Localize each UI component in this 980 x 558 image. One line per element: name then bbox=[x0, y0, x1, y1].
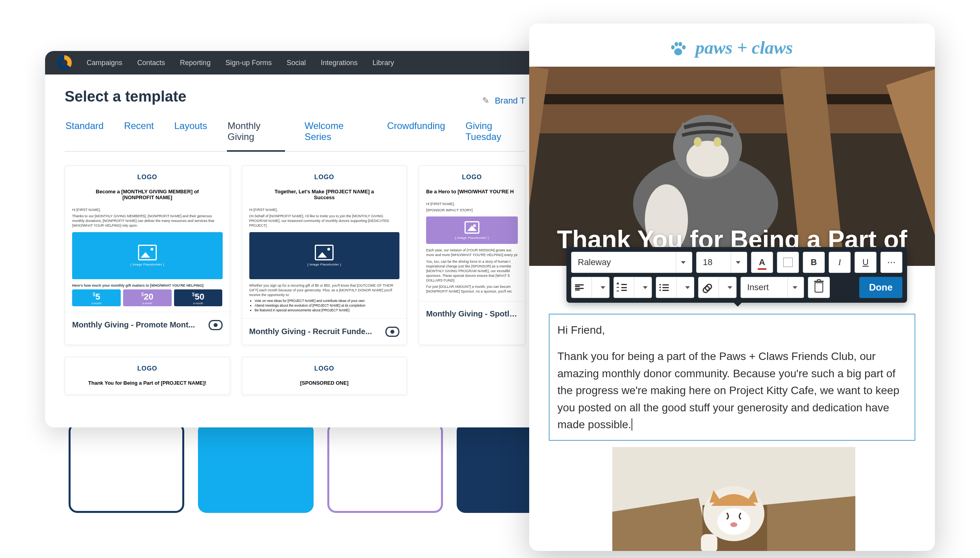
image-placeholder: [ Image Placeholder ] bbox=[72, 232, 223, 279]
chevron-down-icon bbox=[719, 277, 736, 298]
toolbar-arrow bbox=[733, 302, 742, 307]
font-size-select[interactable]: 18 bbox=[696, 252, 747, 273]
chevron-down-icon bbox=[676, 252, 686, 273]
template-logo: LOGO bbox=[249, 363, 400, 376]
nav-contacts[interactable]: Contacts bbox=[137, 59, 165, 67]
nav-social[interactable]: Social bbox=[287, 59, 306, 67]
nav-library[interactable]: Library bbox=[372, 59, 394, 67]
brand-name: paws + claws bbox=[695, 38, 793, 58]
template-body: For just [DOLLAR AMOUNT] a month, you ca… bbox=[426, 284, 518, 294]
svg-point-12 bbox=[713, 137, 721, 147]
tab-standard[interactable]: Standard bbox=[65, 115, 104, 152]
line-height-icon bbox=[617, 284, 627, 291]
email-editor-window: paws + claws bbox=[529, 24, 935, 551]
template-card[interactable]: LOGO [SPONSORED ONE] bbox=[242, 357, 407, 395]
bullet: Be featured in special announcements abo… bbox=[255, 308, 400, 312]
tab-giving-tuesday[interactable]: Giving Tuesday bbox=[465, 115, 525, 152]
template-card[interactable]: LOGO Thank You for Being a Part of [PROJ… bbox=[65, 357, 230, 395]
template-logo: LOGO bbox=[72, 171, 223, 185]
align-left-icon bbox=[575, 284, 584, 291]
template-card[interactable]: LOGO Be a Hero to [WHO/WHAT YOU'RE H Hi … bbox=[419, 165, 525, 345]
nav-signup-forms[interactable]: Sign-up Forms bbox=[225, 59, 272, 67]
template-name: Monthly Giving - Spotlight Spo bbox=[426, 309, 518, 318]
nav-integrations[interactable]: Integrations bbox=[321, 59, 358, 67]
price-option: $20a month bbox=[123, 289, 172, 306]
template-picker-window: Campaigns Contacts Reporting Sign-up For… bbox=[45, 51, 545, 427]
trash-icon bbox=[815, 282, 823, 293]
more-formatting-button[interactable]: ⋯ bbox=[880, 252, 902, 273]
tab-crowdfunding[interactable]: Crowdfunding bbox=[386, 115, 446, 152]
template-headline: Be a Hero to [WHO/WHAT YOU'RE H bbox=[426, 189, 518, 194]
tab-recent[interactable]: Recent bbox=[123, 115, 154, 152]
swatch bbox=[198, 423, 314, 513]
chevron-down-icon bbox=[592, 277, 609, 298]
done-button[interactable]: Done bbox=[859, 277, 902, 298]
link-button[interactable] bbox=[698, 277, 737, 298]
bullet: Vote on new ideas for [PROJECT NAME] and… bbox=[255, 299, 400, 303]
svg-point-11 bbox=[694, 137, 702, 147]
template-headline: Together, Let's Make [PROJECT NAME] a Su… bbox=[264, 189, 385, 200]
text-color-button[interactable]: A bbox=[751, 252, 773, 273]
list-button[interactable] bbox=[656, 277, 694, 298]
nav-campaigns[interactable]: Campaigns bbox=[87, 59, 122, 67]
image-icon bbox=[315, 245, 334, 260]
preview-icon[interactable] bbox=[385, 327, 399, 337]
template-card[interactable]: LOGO Become a [MONTHLY GIVING MEMBER] of… bbox=[65, 165, 230, 345]
decorative-swatches bbox=[69, 423, 572, 513]
bold-button[interactable]: B bbox=[803, 252, 825, 273]
template-logo: LOGO bbox=[426, 171, 518, 185]
svg-rect-2 bbox=[529, 94, 935, 104]
template-headline: Thank You for Being a Part of [PROJECT N… bbox=[87, 380, 207, 386]
email-brand-row: paws + claws bbox=[529, 24, 935, 67]
image-placeholder: [ Image Placeholder ] bbox=[249, 232, 400, 279]
email-body-editor[interactable]: Hi Friend, Thank you for being a part of… bbox=[549, 314, 915, 441]
italic-button[interactable]: I bbox=[829, 252, 851, 273]
insert-label: Insert bbox=[747, 282, 769, 293]
line-height-button[interactable] bbox=[613, 277, 652, 298]
tab-welcome-series[interactable]: Welcome Series bbox=[304, 115, 368, 152]
swatch bbox=[327, 423, 443, 513]
template-tabs: Standard Recent Layouts Monthly Giving W… bbox=[65, 115, 525, 152]
chevron-down-icon bbox=[731, 252, 740, 273]
greeting-text: Hi Friend, bbox=[557, 322, 907, 338]
bullet-list-icon bbox=[659, 284, 669, 291]
chevron-down-icon bbox=[634, 277, 652, 298]
template-intro: On behalf of [NONPROFIT NAME], I'd like … bbox=[249, 214, 400, 228]
template-card[interactable]: LOGO Together, Let's Make [PROJECT NAME]… bbox=[242, 165, 407, 345]
chevron-down-icon bbox=[676, 277, 694, 298]
template-body: Each year, our mission of [YOUR MISSION]… bbox=[426, 248, 518, 257]
font-name: Raleway bbox=[578, 257, 611, 267]
svg-rect-23 bbox=[701, 534, 717, 551]
align-button[interactable] bbox=[571, 277, 610, 298]
link-icon bbox=[700, 281, 713, 294]
body-text: Thank you for being a part of the Paws +… bbox=[557, 348, 907, 433]
brand-templates-link[interactable]: ✎ Brand T bbox=[482, 96, 525, 106]
price-option: $50a month bbox=[174, 289, 223, 306]
content-image[interactable] bbox=[612, 447, 855, 551]
font-family-select[interactable]: Raleway bbox=[571, 252, 692, 273]
chevron-down-icon bbox=[788, 277, 797, 298]
paw-icon bbox=[671, 41, 685, 55]
app-logo-icon[interactable] bbox=[57, 55, 72, 70]
font-size: 18 bbox=[703, 257, 712, 267]
image-placeholder-label: [ Image Placeholder ] bbox=[307, 263, 341, 266]
delete-button[interactable] bbox=[808, 277, 830, 298]
brush-icon: ✎ bbox=[482, 96, 489, 105]
bullet: Attend meetings about the evolution of [… bbox=[255, 304, 400, 307]
price-option: $5a month bbox=[72, 289, 121, 306]
tab-layouts[interactable]: Layouts bbox=[173, 115, 208, 152]
insert-button[interactable]: Insert bbox=[740, 277, 804, 298]
template-sub: Here's how much your monthly gift matter… bbox=[72, 283, 223, 288]
hero-image[interactable]: Thank You for Being a Part of bbox=[529, 67, 935, 266]
template-headline: Become a [MONTHLY GIVING MEMBER] of [NON… bbox=[87, 189, 207, 200]
nav-reporting[interactable]: Reporting bbox=[180, 59, 211, 67]
template-greeting: Hi [FIRST NAME], bbox=[249, 207, 400, 212]
bg-color-button[interactable] bbox=[777, 252, 799, 273]
image-icon bbox=[138, 245, 157, 260]
underline-button[interactable]: U bbox=[855, 252, 877, 273]
preview-icon[interactable] bbox=[209, 320, 223, 330]
svg-point-10 bbox=[686, 141, 729, 177]
template-logo: LOGO bbox=[249, 171, 400, 185]
tab-monthly-giving[interactable]: Monthly Giving bbox=[227, 115, 285, 152]
price-row: $5a month $20a month $50a month bbox=[72, 289, 223, 306]
